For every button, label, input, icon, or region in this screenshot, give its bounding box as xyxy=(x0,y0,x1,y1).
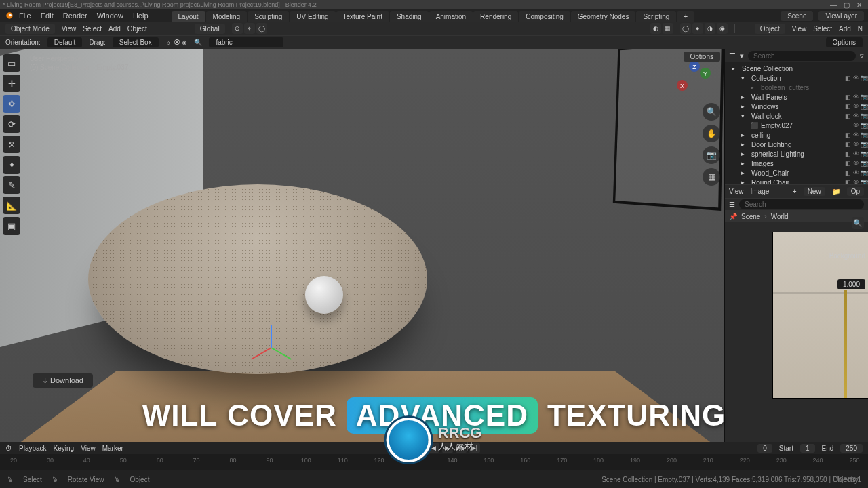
timeline-icon[interactable]: ⏱ xyxy=(5,445,12,452)
prev-key-icon[interactable]: ◀◀ xyxy=(415,443,426,453)
outliner-item[interactable]: ▸ceiling◧👁📷 xyxy=(725,130,868,140)
tool-transform[interactable]: ✦ xyxy=(3,156,20,174)
outliner-filter-icon[interactable]: ▾ xyxy=(740,52,744,60)
tl-playback[interactable]: Playback xyxy=(19,445,47,452)
rendered-shading-icon[interactable]: ◉ xyxy=(717,23,728,34)
rheader-n[interactable]: N xyxy=(858,25,863,33)
menu-edit[interactable]: Edit xyxy=(41,12,54,20)
outliner-root[interactable]: ▸ Scene Collection xyxy=(725,64,868,73)
menu-help[interactable]: Help xyxy=(133,12,149,20)
tl-keying[interactable]: Keying xyxy=(54,445,75,452)
outliner-search[interactable]: Search xyxy=(748,51,856,61)
tab-scripting[interactable]: Scripting xyxy=(636,11,676,22)
tl-view[interactable]: View xyxy=(81,445,96,452)
tool-icon-1[interactable]: ☼ xyxy=(165,39,172,46)
search-field[interactable]: fabric xyxy=(209,37,283,47)
outliner-item[interactable]: ▸boolean_cutters xyxy=(725,83,868,92)
transform-gizmo[interactable] xyxy=(244,320,298,374)
right-mode-dropdown[interactable]: Object xyxy=(755,24,785,34)
tab-modeling[interactable]: Modeling xyxy=(206,11,248,22)
outliner-item[interactable]: ▾Wall clock◧👁📷 xyxy=(725,111,868,121)
gizmo-visibility-icon[interactable]: ◐ xyxy=(650,23,661,34)
outliner-item[interactable]: ▸Door Lighting◧👁📷 xyxy=(725,140,868,149)
orientation-value[interactable]: Default xyxy=(47,37,83,47)
rheader-view[interactable]: View xyxy=(792,25,807,33)
outliner-item[interactable]: ▸spherical Lighting◧👁📷 xyxy=(725,149,868,159)
play-icon[interactable]: ▶ xyxy=(442,443,453,453)
pin-icon[interactable]: 📌 xyxy=(729,213,737,220)
outliner-item[interactable]: ▸Wood_Chair◧👁📷 xyxy=(725,168,868,178)
viewport-3d[interactable]: User Perspective (0) Scene Collection | … xyxy=(0,49,724,442)
outliner-editor-icon[interactable]: ☰ xyxy=(729,52,736,60)
tab-layout[interactable]: Layout xyxy=(172,11,205,22)
scene-selector[interactable]: Scene xyxy=(781,11,813,21)
crumb-scene[interactable]: Scene xyxy=(741,213,760,220)
mode-dropdown[interactable]: Object Mode xyxy=(5,24,55,34)
tab-geometry-nodes[interactable]: Geometry Nodes xyxy=(571,11,636,22)
transform-orientation[interactable]: Global xyxy=(195,24,225,34)
tool-rotate[interactable]: ⟳ xyxy=(3,115,20,133)
viewlayer-selector[interactable]: ViewLayer xyxy=(818,11,864,21)
header-object[interactable]: Object xyxy=(127,25,147,33)
gizmo-z-axis[interactable] xyxy=(271,325,272,348)
outliner-item[interactable]: ▸Round Chair◧👁📷 xyxy=(725,178,868,184)
start-frame[interactable]: 1 xyxy=(800,444,815,453)
maximize-button[interactable]: ▢ xyxy=(840,1,852,9)
img-menu-view[interactable]: View xyxy=(729,188,744,195)
drag-value[interactable]: Select Box xyxy=(113,37,159,47)
wireframe-shading-icon[interactable]: ◯ xyxy=(680,23,691,34)
tool-scale[interactable]: ⤧ xyxy=(3,136,20,153)
properties-search[interactable]: Search xyxy=(739,199,864,209)
img-open-button[interactable]: Op xyxy=(847,187,864,196)
menu-file[interactable]: File xyxy=(19,12,31,20)
image-zoom-icon[interactable]: 🔍 xyxy=(852,217,864,229)
options-button[interactable]: Options xyxy=(826,37,863,47)
matprev-shading-icon[interactable]: ◑ xyxy=(705,23,715,34)
rheader-select[interactable]: Select xyxy=(813,25,832,33)
tab-add[interactable]: + xyxy=(677,11,694,22)
tl-marker[interactable]: Marker xyxy=(102,445,123,452)
outliner-item[interactable]: ⬛Empty.027👁📷 xyxy=(725,121,868,130)
gizmo-x-axis[interactable] xyxy=(251,347,271,360)
outliner-item[interactable]: ▸Wall Panels◧👁📷 xyxy=(725,92,868,102)
tab-uv-editing[interactable]: UV Editing xyxy=(290,11,335,22)
pan-icon[interactable]: ✋ xyxy=(703,125,720,142)
perspective-icon[interactable]: ▦ xyxy=(703,168,720,186)
tab-rendering[interactable]: Rendering xyxy=(473,11,518,22)
outliner-item[interactable]: ▸Windows◧👁📷 xyxy=(725,102,868,111)
menu-window[interactable]: Window xyxy=(97,12,123,20)
tab-compositing[interactable]: Compositing xyxy=(519,11,570,22)
tool-move[interactable]: ✥ xyxy=(3,95,20,113)
crumb-world[interactable]: World xyxy=(771,213,789,220)
rheader-add[interactable]: Add xyxy=(839,25,851,33)
end-frame[interactable]: 250 xyxy=(840,444,863,453)
img-menu-image[interactable]: Image xyxy=(751,188,770,195)
tab-animation[interactable]: Animation xyxy=(429,11,473,22)
solid-shading-icon[interactable]: ● xyxy=(692,23,703,34)
current-frame[interactable]: 0 xyxy=(757,444,772,453)
gizmo-y-axis[interactable] xyxy=(271,347,292,360)
viewport-options[interactable]: Options xyxy=(684,52,720,62)
header-add[interactable]: Add xyxy=(108,25,121,33)
img-new-button[interactable]: New xyxy=(804,187,825,196)
outliner-tree[interactable]: ▸ Scene Collection ▾Collection◧👁📷 ▸boole… xyxy=(725,62,868,184)
camera-icon[interactable]: 📷 xyxy=(703,146,720,164)
navigation-gizmo[interactable]: Y X Z xyxy=(673,60,713,100)
tab-sculpting[interactable]: Sculpting xyxy=(248,11,289,22)
tool-measure[interactable]: 📐 xyxy=(3,197,20,214)
zoom-icon[interactable]: 🔍 xyxy=(703,103,720,121)
folder-icon[interactable]: 📁 xyxy=(832,188,840,195)
proportional-icon[interactable]: ◯ xyxy=(256,23,267,34)
tool-select-box[interactable]: ▭ xyxy=(3,54,20,72)
menu-render[interactable]: Render xyxy=(63,12,87,20)
play-reverse-icon[interactable]: ◀ xyxy=(429,443,439,453)
pivot-icon[interactable]: ⊙ xyxy=(232,23,243,34)
tool-add-cube[interactable]: ▣ xyxy=(3,217,20,235)
outliner-item[interactable]: ▸Images◧👁📷 xyxy=(725,159,868,168)
outliner-item[interactable]: ▾Collection◧👁📷 xyxy=(725,73,868,83)
minimize-button[interactable]: — xyxy=(827,1,840,9)
tool-icon-3[interactable]: ◈ xyxy=(182,39,187,46)
next-key-icon[interactable]: ▶▶ xyxy=(456,443,467,453)
header-select[interactable]: Select xyxy=(83,25,102,33)
jump-start-icon[interactable]: |◀ xyxy=(401,443,412,453)
